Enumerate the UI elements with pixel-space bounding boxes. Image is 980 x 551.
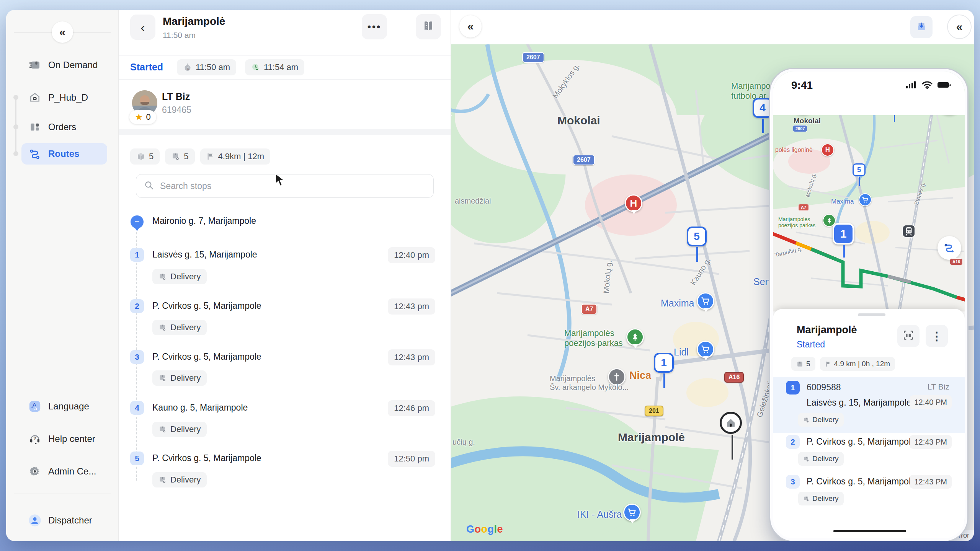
sidebar-divider [14,494,111,494]
phone-summary-chip: 4.9 km | 0h , 12m [820,357,895,371]
phone-hospital-marker[interactable]: H [821,143,834,156]
delivery-package-icon [803,496,810,502]
phone-stop-address[interactable]: Laisvės g. 15, Marijampole [807,398,911,408]
clock-check-icon [251,63,260,72]
phone-stop-marker-1[interactable]: 1 [833,223,854,245]
stop-address[interactable]: P. Cvirkos g. 5, Marijampole [152,301,261,311]
phone-stop-type-chip: Delivery [798,452,844,466]
phone-stop-number: 1 [786,381,800,395]
phone-scan-button[interactable] [897,325,920,347]
route-start-time: 11:50 am [163,31,196,40]
sidebar-item-label: Routes [48,148,79,159]
phone-road-a7: A7 [798,204,809,211]
headset-help-icon: ? [28,432,41,445]
depot-home-marker[interactable] [720,412,742,434]
phone-stop-time: 12:43 PM [910,435,952,449]
phone-route-button[interactable] [938,236,961,260]
route-header: ‹ Marijampolė 11:50 am ••• [119,10,451,55]
stop-address[interactable]: Laisvės g. 15, Marijampole [152,249,257,260]
stops-chip: 5 [165,148,194,165]
phone-stop-address[interactable]: P. Cvirkos g. 5, Marijampole [807,437,916,447]
stops-count: 5 [184,152,188,161]
svg-text:D: D [187,68,189,70]
stop-type-chip: Delivery [152,269,207,284]
stop-number: 2 [130,299,144,313]
chevron-double-left-icon: « [956,20,963,33]
hospital-marker[interactable]: H [625,194,642,212]
sidebar-item-help-center[interactable]: ? Help center [21,428,107,450]
sidebar-item-admin-center[interactable]: Admin Ce... [21,461,107,482]
map-stop-marker-5[interactable]: 5 [687,227,707,246]
driver-id: 619465 [162,105,191,115]
stop-address[interactable]: P. Cvirkos g. 5, Marijampole [152,453,261,463]
more-options-button[interactable]: ••• [362,14,387,39]
sidebar-item-hub[interactable]: P_Hub_D [21,87,107,108]
delivery-package-icon [158,476,167,484]
phone-home-indicator[interactable] [833,530,906,532]
google-logo[interactable]: Google [466,523,503,535]
package-pin-icon [171,152,180,161]
store-marker-lidl[interactable] [697,341,714,358]
map-toolbar: « « [451,10,974,44]
route-title: Marijampolė [163,15,225,28]
phone-park-label: Marijampolės poezijos parkas [778,216,815,228]
phone-stop-address[interactable]: P. Cvirkos g. 5, Marijampole [807,476,916,487]
map-stop-marker-1[interactable]: 1 [654,353,674,373]
sheet-drag-handle[interactable] [858,313,885,316]
eta-time-value: 11:54 am [264,62,298,72]
phone-bottom-sheet[interactable]: Marijampolė Started ⋮ 5 4.9 km | 0h , 12… [773,309,965,541]
street-label: aismedžiai [455,197,491,205]
driver-section[interactable]: ★ 0 LT Biz 619465 [119,80,451,135]
back-button[interactable]: ‹ [130,15,155,40]
wifi-icon [922,81,933,91]
sidebar-item-label: Orders [48,122,76,132]
phone-stop-marker-5[interactable]: 5 [853,163,866,176]
manifest-book-button[interactable] [416,14,441,39]
sidebar-item-orders[interactable]: Orders [21,116,107,138]
stop-address[interactable]: Kauno g. 5, Marijampole [152,403,248,413]
city-label-mokolai: Mokolai [557,114,600,127]
poi-label-maxima: Maxima [661,298,694,309]
sidebar-item-dispatcher[interactable]: Dispatcher [21,510,107,531]
sidebar-item-routes[interactable]: Routes [21,143,107,165]
delivery-package-icon [803,417,810,423]
stop-address[interactable]: P. Cvirkos g. 5, Marijampole [152,352,261,362]
chevron-double-left-icon: « [59,26,66,39]
map-stop-marker-4[interactable]: 4 [753,98,773,118]
phone-maxima-marker[interactable] [859,193,872,206]
park-marker[interactable] [626,328,644,346]
route-detail-panel: ‹ Marijampolė 11:50 am ••• Started D 11:… [119,10,451,541]
sidebar-collapse-button[interactable]: « [52,21,73,43]
stopwatch-icon: D [183,63,192,72]
phone-hospital-label: polės ligoninė [775,147,813,153]
barcode-scan-icon [902,329,915,343]
phone-stop-time: 12:43 PM [910,475,952,489]
packages-chip: 5 [130,148,160,165]
sidebar-item-label: P_Hub_D [48,92,88,103]
rating-value: 0 [146,112,151,122]
road-shield-a7: A7 [581,304,597,315]
road-shield-2607: 2607 [522,52,544,63]
stop-number: 3 [130,350,144,364]
store-marker-maxima[interactable] [697,292,714,310]
sidebar: « On Demand P_Hub_D Orders [6,10,119,541]
toolbar-divider [940,15,940,39]
orders-icon [28,121,41,134]
stop-type-chip: Delivery [152,422,207,437]
phone-stop-time: 12:40 PM [910,395,952,409]
store-marker-iki[interactable] [623,504,641,521]
download-icon [916,21,927,34]
download-button[interactable] [910,16,933,38]
phone-status-bar: 9:41 [773,72,965,115]
road-shield-201: 201 [645,406,663,416]
sidebar-item-on-demand[interactable]: On Demand [21,54,107,76]
packages-count: 5 [149,152,154,161]
start-stop-address[interactable]: Maironio g. 7, Marijampole [152,216,256,226]
panel-collapse-button[interactable]: « [947,15,972,39]
map-collapse-button[interactable]: « [459,15,482,37]
dispatcher-avatar-icon [28,514,41,527]
routes-icon [28,147,41,160]
ellipsis-icon: ••• [368,21,381,33]
phone-more-button[interactable]: ⋮ [926,325,948,347]
sidebar-item-language[interactable]: Aa Language [21,396,107,417]
